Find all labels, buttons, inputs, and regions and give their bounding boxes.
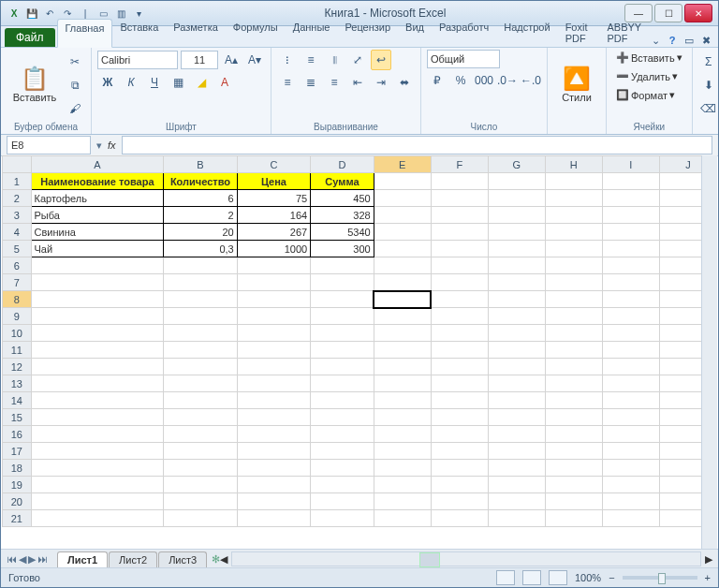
cell[interactable] bbox=[237, 325, 310, 342]
cell[interactable] bbox=[545, 375, 602, 392]
italic-icon[interactable]: К bbox=[121, 72, 141, 93]
currency-icon[interactable]: ₽ bbox=[427, 70, 448, 91]
align-top-icon[interactable]: ⫶ bbox=[277, 50, 298, 70]
cell[interactable] bbox=[164, 291, 237, 308]
col-header[interactable]: E bbox=[374, 156, 431, 173]
indent-inc-icon[interactable]: ⇥ bbox=[371, 72, 391, 93]
cell[interactable] bbox=[488, 392, 545, 409]
cell[interactable] bbox=[374, 190, 431, 207]
cell[interactable] bbox=[545, 241, 602, 257]
cell[interactable] bbox=[311, 510, 374, 527]
cell[interactable] bbox=[431, 359, 488, 375]
align-bottom-icon[interactable]: ⫴ bbox=[324, 50, 345, 70]
cell[interactable] bbox=[488, 257, 545, 274]
normal-view-button[interactable] bbox=[496, 570, 515, 585]
cell[interactable] bbox=[431, 308, 488, 325]
paste-button[interactable]: 📋 Вставить bbox=[7, 50, 63, 121]
cell[interactable] bbox=[545, 173, 602, 190]
cell[interactable] bbox=[602, 291, 659, 308]
cell[interactable] bbox=[164, 426, 237, 443]
cell[interactable] bbox=[31, 308, 164, 325]
cell[interactable] bbox=[431, 493, 488, 510]
cell[interactable] bbox=[602, 241, 659, 257]
cell[interactable] bbox=[164, 510, 237, 527]
cell[interactable] bbox=[31, 510, 164, 527]
cell[interactable] bbox=[488, 460, 545, 477]
row-header[interactable]: 12 bbox=[3, 359, 32, 375]
cell[interactable] bbox=[31, 477, 164, 493]
align-center-icon[interactable]: ≣ bbox=[301, 72, 321, 93]
ribbon-tab-0[interactable]: Главная bbox=[57, 19, 113, 48]
col-header[interactable]: D bbox=[311, 156, 374, 173]
font-size-combo[interactable]: 11 bbox=[181, 51, 218, 69]
cell[interactable] bbox=[164, 493, 237, 510]
align-middle-icon[interactable]: ≡ bbox=[301, 50, 321, 70]
percent-icon[interactable]: % bbox=[450, 70, 471, 91]
cell[interactable] bbox=[488, 308, 545, 325]
cell[interactable] bbox=[488, 291, 545, 308]
cell[interactable] bbox=[164, 460, 237, 477]
cell[interactable] bbox=[431, 477, 488, 493]
undo-icon[interactable]: ↶ bbox=[42, 6, 57, 21]
insert-cells-button[interactable]: ➕ Вставить ▾ bbox=[612, 50, 686, 66]
cell[interactable] bbox=[488, 342, 545, 359]
save-icon[interactable]: 💾 bbox=[24, 6, 39, 21]
number-format-combo[interactable]: Общий bbox=[427, 50, 500, 68]
ribbon-tab-8[interactable]: Надстрой bbox=[496, 19, 557, 47]
cell[interactable] bbox=[488, 477, 545, 493]
cell[interactable] bbox=[488, 241, 545, 257]
cell[interactable]: 164 bbox=[237, 207, 310, 224]
cell[interactable] bbox=[237, 308, 310, 325]
row-header[interactable]: 2 bbox=[3, 190, 32, 207]
cell[interactable] bbox=[431, 207, 488, 224]
cell[interactable] bbox=[431, 274, 488, 291]
row-header[interactable]: 6 bbox=[3, 257, 32, 274]
cell[interactable] bbox=[545, 257, 602, 274]
ribbon-tab-3[interactable]: Формулы bbox=[226, 19, 286, 47]
cell[interactable] bbox=[31, 257, 164, 274]
cell[interactable] bbox=[237, 443, 310, 460]
cell[interactable] bbox=[374, 342, 431, 359]
cell[interactable] bbox=[545, 291, 602, 308]
new-sheet-icon[interactable]: ✻ bbox=[212, 553, 220, 566]
bold-icon[interactable]: Ж bbox=[97, 72, 118, 93]
underline-icon[interactable]: Ч bbox=[144, 72, 165, 93]
cell[interactable] bbox=[602, 207, 659, 224]
ribbon-tab-9[interactable]: Foxit PDF bbox=[558, 19, 600, 47]
cell[interactable] bbox=[374, 460, 431, 477]
cell[interactable] bbox=[431, 241, 488, 257]
cell[interactable] bbox=[488, 375, 545, 392]
cell[interactable] bbox=[164, 342, 237, 359]
cell[interactable] bbox=[31, 291, 164, 308]
cell[interactable] bbox=[311, 291, 374, 308]
cell[interactable]: 300 bbox=[311, 241, 374, 257]
cell[interactable] bbox=[237, 460, 310, 477]
cell[interactable] bbox=[374, 207, 431, 224]
cell[interactable] bbox=[545, 392, 602, 409]
cell[interactable]: 450 bbox=[311, 190, 374, 207]
cell[interactable] bbox=[602, 190, 659, 207]
fill-color-icon[interactable]: ◢ bbox=[191, 72, 212, 93]
ribbon-tab-6[interactable]: Вид bbox=[398, 19, 432, 47]
namebox-dropdown-icon[interactable]: ▾ bbox=[96, 140, 102, 152]
cell[interactable] bbox=[431, 510, 488, 527]
cell[interactable] bbox=[602, 342, 659, 359]
doc-restore-icon[interactable]: ▭ bbox=[682, 34, 696, 47]
cell[interactable] bbox=[237, 291, 310, 308]
cell[interactable] bbox=[488, 493, 545, 510]
cell[interactable] bbox=[374, 443, 431, 460]
zoom-level[interactable]: 100% bbox=[575, 572, 601, 583]
cell[interactable] bbox=[602, 375, 659, 392]
ribbon-tab-10[interactable]: ABBYY PDF bbox=[600, 19, 650, 47]
cell[interactable] bbox=[237, 392, 310, 409]
cell[interactable] bbox=[545, 342, 602, 359]
cell[interactable]: 20 bbox=[164, 224, 237, 241]
merge-icon[interactable]: ⬌ bbox=[394, 72, 415, 93]
cell[interactable] bbox=[237, 257, 310, 274]
cell[interactable] bbox=[545, 359, 602, 375]
cell[interactable] bbox=[431, 375, 488, 392]
cell[interactable] bbox=[545, 325, 602, 342]
cell[interactable] bbox=[488, 409, 545, 426]
cell[interactable] bbox=[164, 274, 237, 291]
cell[interactable] bbox=[488, 325, 545, 342]
